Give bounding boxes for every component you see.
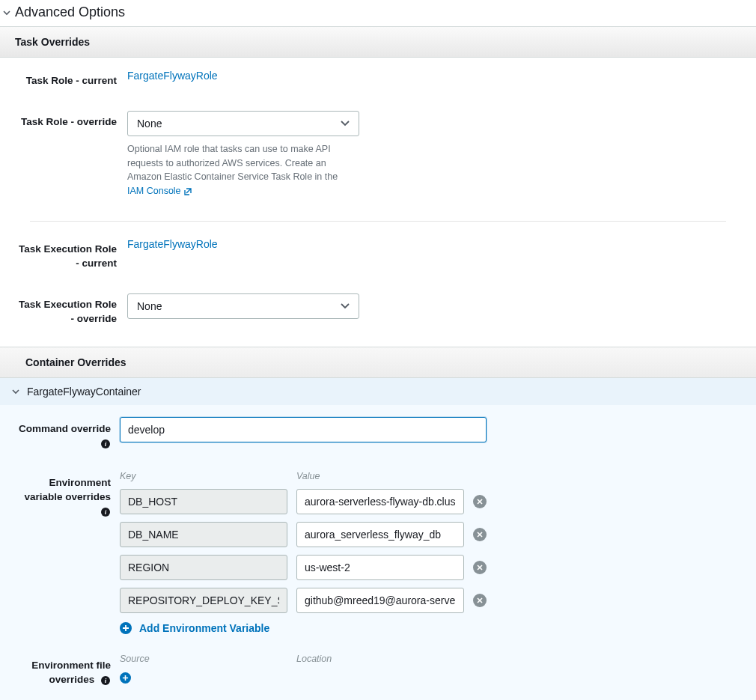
task-overrides-form: Task Role - current FargateFlywayRole Ta… xyxy=(0,58,756,347)
remove-env-row-button[interactable] xyxy=(473,561,487,574)
command-override-label: Command override i xyxy=(15,417,120,451)
env-row xyxy=(120,555,741,580)
env-value-input[interactable] xyxy=(296,522,464,547)
divider xyxy=(30,221,726,222)
env-row xyxy=(120,489,741,514)
env-overrides-label: Environment variable overrides i xyxy=(15,471,120,520)
advanced-options-title: Advanced Options xyxy=(15,4,125,20)
remove-env-row-button[interactable] xyxy=(473,495,487,508)
env-value-input[interactable] xyxy=(296,588,464,613)
task-role-override-value: None xyxy=(137,118,162,130)
container-toggle[interactable]: FargateFlywayContainer xyxy=(0,378,756,405)
env-key-input[interactable] xyxy=(120,555,287,580)
exec-role-override-select[interactable]: None xyxy=(127,293,359,319)
remove-env-row-button[interactable] xyxy=(473,594,487,607)
env-file-overrides-label: Environment file overrides i xyxy=(15,654,120,687)
task-role-override-help: Optional IAM role that tasks can use to … xyxy=(127,142,352,198)
add-env-variable-button[interactable]: Add Environment Variable xyxy=(120,622,741,634)
file-location-header: Location xyxy=(296,654,332,672)
caret-down-icon xyxy=(3,9,10,16)
env-row xyxy=(120,522,741,547)
exec-role-override-label: Task Execution Role - override xyxy=(15,293,127,326)
env-row xyxy=(120,588,741,613)
env-value-input[interactable] xyxy=(296,489,464,514)
container-name: FargateFlywayContainer xyxy=(27,386,141,398)
task-role-current-label: Task Role - current xyxy=(15,70,127,88)
caret-down-icon xyxy=(12,388,19,395)
add-env-file-button[interactable] xyxy=(120,672,131,684)
info-icon[interactable]: i xyxy=(100,439,111,449)
advanced-options-toggle[interactable]: Advanced Options xyxy=(0,0,756,26)
command-override-input[interactable] xyxy=(120,417,487,442)
env-key-input[interactable] xyxy=(120,588,287,613)
chevron-down-icon xyxy=(341,303,350,309)
plus-circle-icon xyxy=(120,622,132,634)
iam-console-link[interactable]: IAM Console xyxy=(127,186,181,196)
external-link-icon xyxy=(183,187,192,196)
info-icon[interactable]: i xyxy=(100,507,111,517)
exec-role-override-value: None xyxy=(137,300,162,312)
exec-role-current-link[interactable]: FargateFlywayRole xyxy=(127,238,218,250)
env-value-input[interactable] xyxy=(296,555,464,580)
env-value-header: Value xyxy=(296,471,320,489)
container-overrides-header: Container Overrides xyxy=(0,347,756,378)
remove-env-row-button[interactable] xyxy=(473,528,487,541)
exec-role-current-label: Task Execution Role - current xyxy=(15,238,127,271)
env-key-input[interactable] xyxy=(120,489,287,514)
env-key-header: Key xyxy=(120,471,287,489)
container-body: Command override i Environment variable … xyxy=(0,405,756,700)
chevron-down-icon xyxy=(341,121,350,127)
task-role-current-link[interactable]: FargateFlywayRole xyxy=(127,70,218,82)
env-key-input[interactable] xyxy=(120,522,287,547)
file-source-header: Source xyxy=(120,654,287,672)
task-role-override-label: Task Role - override xyxy=(15,111,127,130)
task-overrides-header: Task Overrides xyxy=(0,26,756,58)
info-icon[interactable]: i xyxy=(100,675,111,686)
task-role-override-select[interactable]: None xyxy=(127,111,359,136)
